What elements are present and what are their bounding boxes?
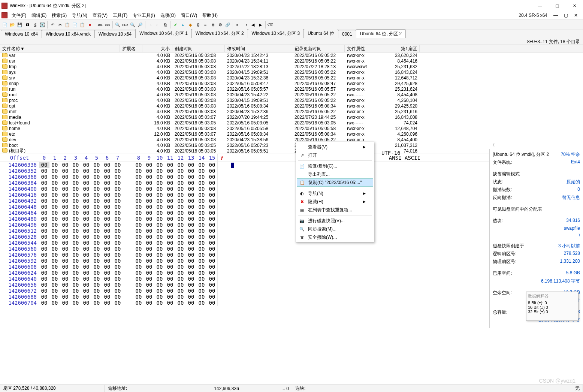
ctx-item[interactable]: 导出列表... xyxy=(297,170,373,178)
file-row[interactable]: root4.0 KB2022/05/16 05:03:082020/04/23 … xyxy=(0,92,583,97)
col-created[interactable]: 创建时间 xyxy=(172,45,225,52)
file-row[interactable]: sys4.0 KB2022/05/16 05:03:082020/04/15 1… xyxy=(0,69,583,75)
tb-save-icon[interactable]: 💾 xyxy=(16,21,23,28)
file-row[interactable]: etc12.0 KB2022/05/16 05:03:072022/05/16 … xyxy=(0,131,583,137)
tb-back-icon[interactable]: ← xyxy=(154,21,161,28)
tb-device-icon[interactable]: 💽 xyxy=(39,21,46,28)
file-row[interactable]: tmp4.0 KB2022/05/16 05:03:082022/07/22 1… xyxy=(0,64,583,69)
tb-prev-icon[interactable]: ◀ xyxy=(250,21,256,28)
tb-findhex-icon[interactable]: HEX xyxy=(122,21,129,28)
file-row[interactable]: run4.0 KB2022/05/16 05:03:082022/05/16 0… xyxy=(0,86,583,92)
tab-4[interactable]: Windows 10 x64, 分区 2 xyxy=(191,29,248,38)
col-modified[interactable]: 修改时间 xyxy=(225,45,292,52)
file-list[interactable]: var4.0 KB2022/05/16 05:03:082020/04/23 1… xyxy=(0,52,583,154)
menubar: 文件(F) 编辑(E) 搜索(S) 导航(N) 查看(V) 工具(T) 专业工具… xyxy=(0,11,583,19)
col-name[interactable]: 文件名称▼ xyxy=(0,45,120,52)
tab-2[interactable]: Windows 10 x64 xyxy=(94,30,136,38)
col-ext[interactable]: 扩展名 xyxy=(120,45,142,52)
tb-check-icon[interactable]: ✔ xyxy=(172,21,179,28)
file-row[interactable]: snap4.0 KB2022/05/16 05:03:082022/05/16 … xyxy=(0,81,583,86)
tb-go-icon[interactable]: → xyxy=(147,21,154,28)
tb-find-icon[interactable]: 🔍 xyxy=(114,21,121,28)
file-row[interactable]: boot4.0 KB2022/05/16 05:03:052022/05/16 … xyxy=(0,142,583,148)
file-row[interactable]: media4.0 KB2022/05/16 05:03:072022/07/20… xyxy=(0,114,583,120)
file-list-header: 文件名称▼ 扩展名 大小 创建时间 修改时间 记录更新时间 文件属性 第1扇区 xyxy=(0,45,583,52)
menu-opt[interactable]: 选项(O) xyxy=(158,12,178,19)
menu-tools[interactable]: 工具(T) xyxy=(111,12,130,19)
menu-file[interactable]: 文件(F) xyxy=(9,12,28,19)
tb-goto-icon[interactable]: ⎘ xyxy=(162,21,169,28)
tb-paste-icon[interactable]: 📄 xyxy=(72,21,78,28)
tb-saveall-icon[interactable]: 🖬 xyxy=(24,21,31,28)
col-updated[interactable]: 记录更新时间 xyxy=(292,45,345,52)
tab-0[interactable]: Windows 10 x64 xyxy=(1,30,42,38)
tb-hex1-icon[interactable]: 101 xyxy=(97,21,103,28)
file-row[interactable]: srv4.0 KB2022/05/16 05:03:082020/04/23 1… xyxy=(0,75,583,81)
tb-paste2-icon[interactable]: 📋 xyxy=(79,21,86,28)
tb-erase-icon[interactable]: ⌫ xyxy=(267,21,274,28)
status-bar: 扇区 278,528 / 40,888,320 偏移地址: 142,606,33… xyxy=(0,385,583,392)
file-row[interactable]: lost+found16.0 KB2022/05/16 05:03:052022… xyxy=(0,120,583,126)
col-size[interactable]: 大小 xyxy=(142,45,172,52)
ctx-item[interactable]: 查看器(V)▶ xyxy=(297,143,373,151)
tb-tag-icon[interactable]: ● xyxy=(87,21,93,28)
ctx-item[interactable]: 📷进行磁盘快照(V)... xyxy=(297,217,373,225)
menu-pro[interactable]: 专业工具(I) xyxy=(130,12,157,19)
tb-nav2-icon[interactable]: ⇥ xyxy=(242,21,249,28)
tab-6[interactable]: Ubuntu 64 位 xyxy=(303,29,338,38)
ctx-item[interactable]: ↗打开 xyxy=(297,151,373,159)
tb-new-icon[interactable]: 📄 xyxy=(1,21,8,28)
tab-3[interactable]: Windows 10 x64, 分区 1 xyxy=(135,29,192,38)
folder-icon xyxy=(2,148,7,153)
col-sector[interactable]: 第1扇区 xyxy=(382,45,420,52)
menu-nav[interactable]: 导航(N) xyxy=(70,12,90,19)
ctx-item[interactable]: ◐导航(N)▶ xyxy=(297,189,373,197)
ctx-item[interactable]: 🔍同步搜索(M)... xyxy=(297,225,373,233)
menu-view[interactable]: 查看(V) xyxy=(90,12,110,19)
file-row[interactable]: proc4.0 KB2022/05/16 05:03:082020/04/15 … xyxy=(0,97,583,103)
file-row[interactable]: mnt4.0 KB2022/05/16 05:03:082020/04/23 1… xyxy=(0,109,583,114)
tab-8[interactable]: Ubuntu 64 位, 分区 2 xyxy=(356,29,406,38)
tb-findtext-icon[interactable]: 🔍 xyxy=(129,21,136,28)
tb-open-icon[interactable]: 📂 xyxy=(9,21,16,28)
file-row[interactable]: opt4.0 KB2022/05/16 05:03:082022/05/16 0… xyxy=(0,103,583,109)
tb-db-icon[interactable]: 🛢 xyxy=(194,21,201,28)
tb-comp-icon[interactable]: ≡ xyxy=(202,21,209,28)
menu-edit[interactable]: 编辑(E) xyxy=(29,12,49,19)
file-row[interactable]: var4.0 KB2022/05/16 05:03:082020/04/23 1… xyxy=(0,52,583,58)
menu-win[interactable]: 窗口(W) xyxy=(179,12,199,19)
tab-1[interactable]: Windows 10 x64.vmdk xyxy=(42,30,95,38)
ctx-item[interactable]: 🗑安全擦除(W)... xyxy=(297,233,373,241)
tb-copy-icon[interactable]: 📋 xyxy=(64,21,71,28)
tab-7[interactable]: 0001 xyxy=(338,30,356,38)
maximize-button[interactable]: ▢ xyxy=(549,0,566,11)
file-row[interactable]: usr4.0 KB2022/05/16 05:03:082020/04/23 1… xyxy=(0,58,583,64)
tb-findall-icon[interactable]: 🔎 xyxy=(137,21,144,28)
tb-hex2-icon[interactable]: 010 xyxy=(104,21,111,28)
tb-gear-icon[interactable]: ⚙ xyxy=(217,21,224,28)
col-attr[interactable]: 文件属性 xyxy=(345,45,382,52)
menu-help[interactable]: 帮助(H) xyxy=(200,12,220,19)
minimize-button[interactable]: — xyxy=(531,0,549,11)
tb-cut-icon[interactable]: ✂ xyxy=(57,21,63,28)
tb-diamond-icon[interactable]: ◆ xyxy=(187,21,194,28)
expand-icon[interactable]: 《 xyxy=(491,142,495,148)
ctx-item[interactable]: ▦在列表中查找重复项... xyxy=(297,206,373,214)
ctx-item[interactable]: 📋复制(C) "2022/05/16 05:..." xyxy=(297,178,373,187)
tb-nav1-icon[interactable]: ⇤ xyxy=(235,21,241,28)
tb-next-icon[interactable]: ▶ xyxy=(257,21,264,28)
file-row[interactable]: home4.0 KB2022/05/16 05:03:082022/05/16 … xyxy=(0,126,583,131)
tb-undo-icon[interactable]: ↶ xyxy=(49,21,56,28)
folder-icon xyxy=(2,104,7,108)
close-button[interactable]: ✕ xyxy=(566,0,583,11)
tab-5[interactable]: Windows 10 x64, 分区 3 xyxy=(248,29,304,38)
menu-search[interactable]: 搜索(S) xyxy=(49,12,69,19)
ctx-item[interactable]: 📄恢复/复制(C)... xyxy=(297,162,373,170)
ctx-item[interactable]: ✖隐藏(H)▶ xyxy=(297,197,373,206)
file-row[interactable]: dev4.0 KB2022/05/16 05:03:082020/04/23 1… xyxy=(0,137,583,142)
tb-link-icon[interactable]: 🔗 xyxy=(224,21,231,28)
tb-hash-icon[interactable]: ⊗ xyxy=(209,21,216,28)
tb-print-icon[interactable]: 🖨 xyxy=(31,21,38,28)
tb-tri-icon[interactable]: ▲ xyxy=(179,21,186,28)
data-interpreter[interactable]: 数据解释器 8 Bit (±): 0 16 Bit (±) 0 32 Bit (… xyxy=(526,292,579,321)
